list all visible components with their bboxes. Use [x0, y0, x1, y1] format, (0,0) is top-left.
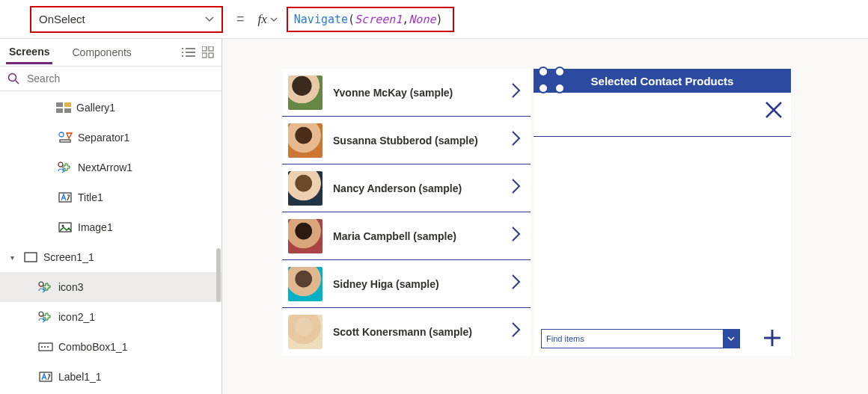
add-icon[interactable] — [762, 328, 782, 351]
avatar — [288, 315, 323, 349]
selection-handles[interactable] — [538, 67, 566, 95]
chevron-down-icon[interactable] — [723, 330, 739, 348]
resize-handle-icon[interactable] — [538, 83, 548, 93]
search-box[interactable] — [0, 66, 221, 91]
search-input[interactable] — [25, 72, 214, 85]
icon-control-icon — [57, 161, 73, 174]
tree-item-image1[interactable]: Image1 — [0, 212, 221, 242]
chevron-down-icon — [270, 15, 278, 24]
property-selector[interactable]: OnSelect — [30, 6, 223, 33]
avatar — [288, 219, 323, 253]
resize-handle-icon[interactable] — [554, 83, 565, 93]
tree-view-panel: Screens Components Gallery1 — [0, 39, 222, 394]
resize-handle-icon[interactable] — [554, 67, 565, 77]
scrollbar-thumb[interactable] — [216, 248, 221, 302]
contact-name: Maria Campbell (sample) — [323, 230, 508, 242]
contact-name: Sidney Higa (sample) — [323, 278, 508, 290]
equals-sign: = — [236, 11, 245, 27]
tree-view: Gallery1 Separator1 NextArrow1 Title1 — [0, 91, 221, 394]
tree-item-label: Gallery1 — [76, 102, 115, 114]
svg-rect-2 — [202, 53, 207, 58]
screen-icon — [22, 250, 39, 264]
tree-item-label: Separator1 — [78, 132, 129, 144]
chevron-right-icon[interactable] — [508, 274, 525, 295]
svg-rect-1 — [209, 46, 213, 51]
list-item[interactable]: Susanna Stubberod (sample) — [282, 117, 531, 164]
chevron-down-icon — [205, 14, 214, 25]
contact-name: Susanna Stubberod (sample) — [323, 135, 508, 147]
token-function: Navigate — [294, 13, 348, 26]
contact-name: Nancy Anderson (sample) — [323, 182, 508, 194]
tree-item-label1-1[interactable]: Label1_1 — [0, 362, 221, 392]
list-item[interactable]: Sidney Higa (sample) — [282, 260, 531, 308]
svg-point-10 — [59, 132, 64, 137]
tree-item-label: Image1 — [78, 221, 113, 233]
tree-item-screen1-1[interactable]: ▾ Screen1_1 — [0, 242, 221, 272]
avatar — [288, 267, 323, 301]
token-identifier: None — [409, 13, 435, 26]
chevron-right-icon[interactable] — [508, 178, 525, 199]
canvas-area[interactable]: Yvonne McKay (sample) Susanna Stubberod … — [222, 39, 868, 394]
find-items-combobox[interactable]: Find items — [541, 329, 740, 348]
separator-icon — [57, 131, 73, 144]
svg-point-18 — [39, 282, 43, 286]
list-item[interactable]: Yvonne McKay (sample) — [282, 69, 531, 117]
svg-point-16 — [62, 225, 64, 227]
list-view-icon[interactable] — [181, 45, 196, 60]
list-item[interactable]: Maria Campbell (sample) — [282, 212, 531, 260]
tree-item-label: Screen1_1 — [43, 251, 94, 263]
find-items-placeholder: Find items — [546, 334, 584, 343]
list-item[interactable]: Scott Konersmann (sample) — [282, 308, 531, 356]
tree-item-label: icon2_1 — [58, 311, 95, 323]
svg-line-5 — [16, 81, 19, 84]
detail-pane: Selected Contact Products Find items — [534, 69, 791, 356]
tree-item-label: NextArrow1 — [78, 161, 132, 173]
tree-item-combobox1-1[interactable]: ComboBox1_1 — [0, 332, 221, 362]
formula-bar: OnSelect = fx Navigate ( Screen1 , None … — [0, 0, 868, 39]
tree-item-nextarrow1[interactable]: NextArrow1 — [0, 153, 221, 182]
caret-down-icon: ▾ — [10, 253, 18, 262]
chevron-right-icon[interactable] — [508, 321, 525, 342]
svg-rect-6 — [56, 102, 63, 107]
detail-header-title: Selected Contact Products — [591, 75, 734, 87]
avatar — [288, 123, 323, 158]
divider — [534, 136, 791, 137]
combobox-icon — [37, 340, 54, 354]
tree-item-separator1[interactable]: Separator1 — [0, 123, 221, 153]
tab-components[interactable]: Components — [69, 42, 134, 63]
chevron-right-icon[interactable] — [508, 82, 525, 103]
resize-handle-icon[interactable] — [538, 67, 548, 77]
svg-rect-11 — [60, 140, 70, 142]
chevron-right-icon[interactable] — [508, 130, 525, 151]
tree-item-label: icon3 — [58, 281, 83, 293]
svg-point-19 — [39, 312, 43, 316]
tree-item-label: ComboBox1_1 — [58, 341, 128, 353]
tree-item-icon2-1[interactable]: icon2_1 — [0, 302, 221, 332]
svg-rect-17 — [25, 253, 37, 262]
svg-point-21 — [41, 346, 43, 348]
tree-item-icon3[interactable]: icon3 — [0, 272, 221, 302]
icon-control-icon — [37, 280, 54, 294]
svg-rect-0 — [202, 46, 207, 51]
fx-label[interactable]: fx — [258, 12, 278, 27]
tree-item-title1[interactable]: Title1 — [0, 182, 221, 212]
detail-header: Selected Contact Products — [534, 69, 791, 93]
label-icon — [57, 191, 73, 204]
grid-view-icon[interactable] — [201, 45, 216, 60]
token-identifier: Screen1 — [355, 13, 402, 26]
avatar — [288, 171, 323, 206]
tree-item-gallery1[interactable]: Gallery1 — [0, 93, 221, 123]
list-item[interactable]: Nancy Anderson (sample) — [282, 164, 531, 212]
svg-rect-7 — [56, 108, 63, 113]
svg-rect-9 — [64, 108, 71, 113]
close-icon[interactable] — [764, 100, 783, 125]
formula-input[interactable]: Navigate ( Screen1 , None ) — [287, 7, 455, 32]
svg-point-4 — [9, 74, 16, 81]
chevron-right-icon[interactable] — [508, 226, 525, 247]
property-selector-value: OnSelect — [39, 13, 85, 25]
label-icon — [37, 370, 54, 384]
image-icon — [57, 221, 73, 234]
tab-screens[interactable]: Screens — [6, 41, 52, 64]
svg-rect-3 — [209, 53, 213, 58]
tree-item-label: Title1 — [78, 191, 103, 203]
